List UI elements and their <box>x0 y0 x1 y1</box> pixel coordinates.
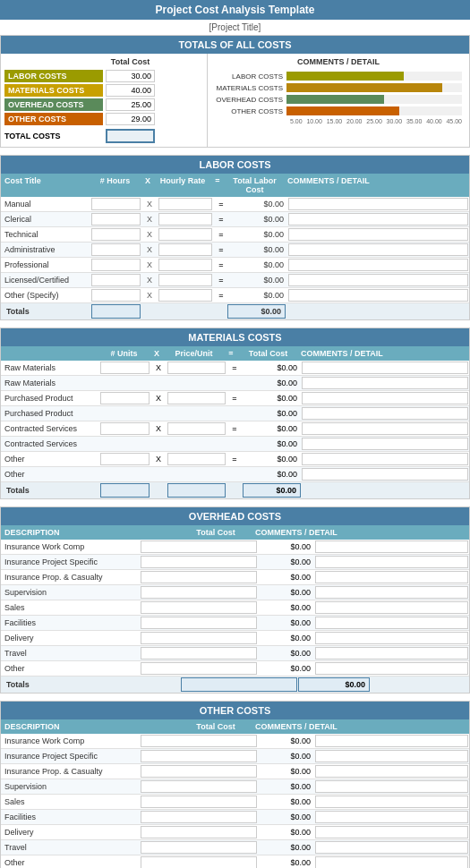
overhead-desc-input[interactable] <box>141 617 257 629</box>
materials-price-input[interactable] <box>167 422 226 435</box>
materials-price-input[interactable] <box>167 453 226 465</box>
overhead-comments-input[interactable] <box>315 571 468 583</box>
materials-comments-input[interactable] <box>302 453 468 465</box>
materials-row-label: Contracted Services <box>1 438 99 450</box>
chart-axis-label: 25.00 <box>366 118 382 124</box>
overhead-desc-input[interactable] <box>141 556 257 568</box>
labor-hourly-input[interactable] <box>158 243 212 256</box>
labor-hours-input[interactable] <box>91 274 141 286</box>
labor-hours-input[interactable] <box>91 198 141 210</box>
other-costs-col-desc: DESCRIPTION <box>1 719 180 734</box>
materials-price-input[interactable] <box>167 392 226 404</box>
other-costs-desc-input[interactable] <box>141 856 257 868</box>
materials-units-input[interactable] <box>100 453 150 465</box>
overhead-desc-input[interactable] <box>141 632 257 644</box>
overhead-comments-input[interactable] <box>315 662 468 675</box>
overhead-comments-input[interactable] <box>315 647 468 660</box>
other-costs-desc-input[interactable] <box>141 811 257 823</box>
overhead-desc-input[interactable] <box>141 601 257 614</box>
labor-eq: = <box>213 291 229 300</box>
project-subtitle: [Project Title] <box>0 20 470 35</box>
overhead-comments-input[interactable] <box>315 540 468 553</box>
other-costs-comments-input[interactable] <box>315 841 468 854</box>
labor-hours-input[interactable] <box>91 243 141 256</box>
materials-comments-input[interactable] <box>302 407 468 420</box>
materials-units-input[interactable] <box>100 392 150 404</box>
materials-comments-input[interactable] <box>302 362 468 374</box>
materials-row-total: $0.00 <box>243 438 301 450</box>
labor-hourly-input[interactable] <box>158 213 212 226</box>
other-costs-desc-input[interactable] <box>141 796 257 808</box>
other-costs-row-label: Sales <box>1 796 140 808</box>
materials-units-input[interactable] <box>100 422 150 435</box>
labor-comments-input[interactable] <box>288 198 468 210</box>
labor-comments-input[interactable] <box>288 274 468 286</box>
overhead-comments-input[interactable] <box>315 601 468 614</box>
labor-hours-input[interactable] <box>91 228 141 241</box>
labor-hourly-input[interactable] <box>158 228 212 241</box>
labor-comments-input[interactable] <box>288 243 468 256</box>
other-costs-comments-input[interactable] <box>315 735 468 747</box>
overhead-desc-input[interactable] <box>141 571 257 583</box>
overhead-comments-input[interactable] <box>315 586 468 599</box>
overhead-comments-input[interactable] <box>315 556 468 568</box>
other-costs-desc-input[interactable] <box>141 780 257 793</box>
overhead-desc-input[interactable] <box>141 662 257 675</box>
materials-totals-price-input[interactable] <box>167 483 226 498</box>
labor-comments-input[interactable] <box>288 213 468 226</box>
other-costs-comments-input[interactable] <box>315 796 468 808</box>
overhead-comments-input[interactable] <box>315 617 468 629</box>
overhead-desc-input[interactable] <box>141 586 257 599</box>
other-costs-comments-input[interactable] <box>315 811 468 823</box>
other-costs-desc-input[interactable] <box>141 826 257 838</box>
other-costs-desc-input[interactable] <box>141 841 257 854</box>
total-costs-row: TOTAL COSTS <box>4 129 203 143</box>
labor-x: X <box>141 260 158 269</box>
other-costs-comments-input[interactable] <box>315 750 468 762</box>
labor-comments-input[interactable] <box>288 228 468 241</box>
materials-comments-input[interactable] <box>302 422 468 435</box>
materials-units-input[interactable] <box>100 362 150 374</box>
labor-hours-input[interactable] <box>91 289 141 302</box>
overhead-totals-input[interactable] <box>181 677 297 692</box>
labor-hourly-input[interactable] <box>158 274 212 286</box>
chart-bar-track <box>286 95 462 104</box>
other-costs-desc-input[interactable] <box>141 765 257 778</box>
materials-comments-input[interactable] <box>302 438 468 450</box>
labor-hours-input[interactable] <box>91 259 141 271</box>
overhead-desc-input[interactable] <box>141 647 257 660</box>
materials-comments-input[interactable] <box>302 377 468 389</box>
overhead-desc-input[interactable] <box>141 540 257 553</box>
other-costs-comments-input[interactable] <box>315 856 468 868</box>
other-costs-desc-input[interactable] <box>141 735 257 747</box>
materials-price-input[interactable] <box>167 362 226 374</box>
materials-totals-units-input[interactable] <box>100 483 150 498</box>
overhead-row-total: $0.00 <box>258 632 314 644</box>
other-costs-desc-input[interactable] <box>141 750 257 762</box>
labor-comments-input[interactable] <box>288 259 468 271</box>
labor-hourly-input[interactable] <box>158 289 212 302</box>
other-costs-row-label: Insurance Project Specific <box>1 750 140 762</box>
other-costs-comments-input[interactable] <box>315 765 468 778</box>
labor-col-headers: Cost Title # Hours X Hourly Rate = Total… <box>1 174 469 197</box>
materials-comments-input[interactable] <box>302 468 468 481</box>
other-costs-data-row: Insurance Project Specific $0.00 <box>1 749 469 764</box>
labor-hourly-input[interactable] <box>158 198 212 210</box>
other-costs-comments-input[interactable] <box>315 826 468 838</box>
chart-axis: 5.0010.0015.0020.0025.0030.0035.0040.004… <box>215 118 462 124</box>
overhead-comments-input[interactable] <box>315 632 468 644</box>
labor-comments-input[interactable] <box>288 289 468 302</box>
labor-hours-input[interactable] <box>91 213 141 226</box>
mat-col-units: # Units <box>99 346 149 361</box>
labor-hourly-input[interactable] <box>158 259 212 271</box>
overhead-data-row: Supervision $0.00 <box>1 585 469 600</box>
overhead-section-header: OVERHEAD COSTS <box>1 507 469 525</box>
materials-comments-input[interactable] <box>302 392 468 404</box>
labor-totals-hours-input[interactable] <box>91 304 141 319</box>
other-costs-comments-input[interactable] <box>315 780 468 793</box>
other-costs-data-row: Other $0.00 <box>1 855 469 868</box>
other-costs-data-row: Insurance Work Comp $0.00 <box>1 734 469 749</box>
chart-bar-label: MATERIALS COSTS <box>215 84 286 92</box>
labor-data-row: Technical X = $0.00 <box>1 227 469 243</box>
materials-totals-row: Totals $0.00 <box>1 482 469 498</box>
